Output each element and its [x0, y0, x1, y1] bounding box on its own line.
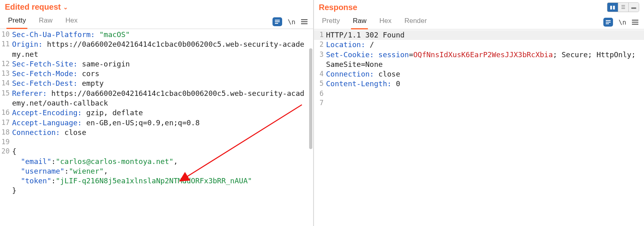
code-line[interactable]: 15Referer: https://0a66002e04216414c1cba…: [0, 89, 313, 108]
request-title[interactable]: Edited request ⌄: [5, 2, 68, 12]
request-panel: Edited request ⌄ Pretty Raw Hex \n 10Sec…: [0, 0, 314, 226]
code-line[interactable]: 10Sec-Ch-Ua-Platform: "macOS": [0, 30, 313, 39]
layout-toggle: ▮▮ ☰ ▬: [607, 2, 639, 12]
code-line[interactable]: 20{: [0, 147, 313, 156]
tab-raw[interactable]: Raw: [37, 14, 54, 29]
code-line[interactable]: 5Content-Length: 0: [314, 79, 644, 89]
line-number: 7: [314, 98, 326, 108]
menu-icon-resp[interactable]: [632, 20, 638, 25]
svg-rect-3: [606, 20, 611, 21]
response-toolbar: \n: [603, 18, 644, 29]
line-number: 15: [0, 89, 12, 98]
request-tabs: Pretty Raw Hex \n: [0, 14, 313, 29]
code-line[interactable]: }: [0, 186, 313, 195]
code-content[interactable]: {: [12, 147, 313, 156]
code-line[interactable]: "email":"carlos@carlos-montoya.net",: [0, 157, 313, 166]
scrollbar-thumb[interactable]: [309, 48, 312, 149]
code-content[interactable]: Connection: close: [12, 128, 313, 137]
code-line[interactable]: 17Accept-Language: en-GB,en-US;q=0.9,en;…: [0, 118, 313, 128]
svg-rect-0: [275, 20, 280, 21]
layout-rows-icon[interactable]: ☰: [618, 3, 628, 12]
response-title-text: Response: [319, 3, 357, 12]
code-content[interactable]: HTTP/1.1 302 Found: [326, 30, 644, 40]
line-number: 2: [314, 40, 326, 49]
request-title-text: Edited request: [5, 2, 61, 12]
code-content[interactable]: "email":"carlos@carlos-montoya.net",: [12, 157, 313, 166]
request-editor[interactable]: 10Sec-Ch-Ua-Platform: "macOS"11Origin: h…: [0, 29, 313, 226]
code-content[interactable]: Sec-Fetch-Mode: cors: [12, 69, 313, 79]
code-line[interactable]: 7: [314, 98, 644, 108]
line-number: 4: [314, 69, 326, 79]
code-content[interactable]: Origin: https://0a66002e04216414c1cbac0b…: [12, 39, 313, 59]
request-toolbar: \n: [272, 17, 313, 29]
layout-single-icon[interactable]: ▬: [628, 3, 639, 12]
code-line[interactable]: 19: [0, 137, 313, 147]
line-number: 18: [0, 128, 12, 137]
code-line[interactable]: 6: [314, 89, 644, 98]
code-content[interactable]: Sec-Fetch-Dest: empty: [12, 79, 313, 88]
request-header: Edited request ⌄: [0, 0, 313, 12]
code-content[interactable]: Content-Length: 0: [326, 79, 644, 89]
line-number: 14: [0, 79, 12, 88]
line-number: 19: [0, 137, 12, 147]
code-line[interactable]: "username":"wiener",: [0, 166, 313, 176]
wrap-toggle-icon[interactable]: [272, 17, 282, 26]
code-line[interactable]: 1HTTP/1.1 302 Found: [314, 30, 644, 40]
code-content[interactable]: }: [12, 186, 313, 195]
code-line[interactable]: 14Sec-Fetch-Dest: empty: [0, 79, 313, 88]
svg-rect-5: [606, 23, 609, 24]
menu-icon[interactable]: [301, 19, 308, 24]
code-line[interactable]: 4Connection: close: [314, 69, 644, 79]
line-number: 20: [0, 147, 12, 156]
code-content[interactable]: Accept-Language: en-GB,en-US;q=0.9,en;q=…: [12, 118, 313, 128]
code-content[interactable]: Referer: https://0a66002e04216414c1cbac0…: [12, 89, 313, 108]
code-content[interactable]: "token":"jLIF-q216N8j5ea1xlnslaNp2NTMddO…: [12, 176, 313, 186]
newline-toggle-icon[interactable]: \n: [288, 18, 295, 26]
response-title: Response: [319, 3, 357, 12]
svg-rect-1: [275, 21, 280, 22]
layout-columns-icon[interactable]: ▮▮: [607, 3, 618, 12]
tab-pretty[interactable]: Pretty: [6, 14, 27, 29]
code-line[interactable]: 18Connection: close: [0, 128, 313, 137]
code-content[interactable]: Set-Cookie: session=OQfNnsIdXusK6EarP2We…: [326, 50, 644, 70]
tab-hex-resp[interactable]: Hex: [378, 15, 393, 29]
code-content[interactable]: Sec-Ch-Ua-Platform: "macOS": [12, 30, 313, 39]
tab-render-resp[interactable]: Render: [403, 15, 429, 29]
code-line[interactable]: 13Sec-Fetch-Mode: cors: [0, 69, 313, 79]
chevron-down-icon: ⌄: [63, 4, 68, 10]
line-number: 5: [314, 79, 326, 88]
svg-rect-2: [275, 23, 278, 24]
line-number: 1: [314, 30, 326, 39]
code-content[interactable]: Sec-Fetch-Site: same-origin: [12, 59, 313, 69]
line-number: 3: [314, 50, 326, 59]
view-toggle-group: ▮▮ ☰ ▬: [607, 2, 639, 12]
svg-rect-4: [606, 22, 611, 23]
code-line[interactable]: 12Sec-Fetch-Site: same-origin: [0, 59, 313, 69]
code-content[interactable]: Accept-Encoding: gzip, deflate: [12, 108, 313, 118]
code-line[interactable]: 16Accept-Encoding: gzip, deflate: [0, 108, 313, 118]
code-line[interactable]: 11Origin: https://0a66002e04216414c1cbac…: [0, 39, 313, 59]
line-number: 16: [0, 108, 12, 117]
line-number: 6: [314, 89, 326, 98]
wrap-toggle-icon-resp[interactable]: [603, 18, 613, 27]
line-number: 13: [0, 69, 12, 78]
newline-toggle-icon-resp[interactable]: \n: [619, 19, 626, 26]
tab-raw-resp[interactable]: Raw: [351, 15, 368, 29]
scrollbar[interactable]: [309, 36, 312, 209]
line-number: 11: [0, 39, 12, 49]
code-content[interactable]: Connection: close: [326, 69, 644, 79]
line-number: 17: [0, 118, 12, 127]
code-line[interactable]: 3Set-Cookie: session=OQfNnsIdXusK6EarP2W…: [314, 50, 644, 70]
response-editor[interactable]: 1HTTP/1.1 302 Found2Location: /3Set-Cook…: [314, 29, 644, 226]
line-number: 10: [0, 30, 12, 39]
response-panel: Response ▮▮ ☰ ▬ Pretty Raw Hex Render \n…: [314, 0, 644, 226]
code-content[interactable]: "username":"wiener",: [12, 166, 313, 176]
code-line[interactable]: "token":"jLIF-q216N8j5ea1xlnslaNp2NTMddO…: [0, 176, 313, 186]
response-header: Response ▮▮ ☰ ▬: [314, 0, 644, 12]
tab-hex[interactable]: Hex: [64, 14, 79, 29]
code-content[interactable]: Location: /: [326, 40, 644, 50]
code-line[interactable]: 2Location: /: [314, 40, 644, 50]
line-number: 12: [0, 59, 12, 68]
tab-pretty-resp[interactable]: Pretty: [320, 15, 341, 29]
response-tabs: Pretty Raw Hex Render \n: [314, 15, 644, 29]
